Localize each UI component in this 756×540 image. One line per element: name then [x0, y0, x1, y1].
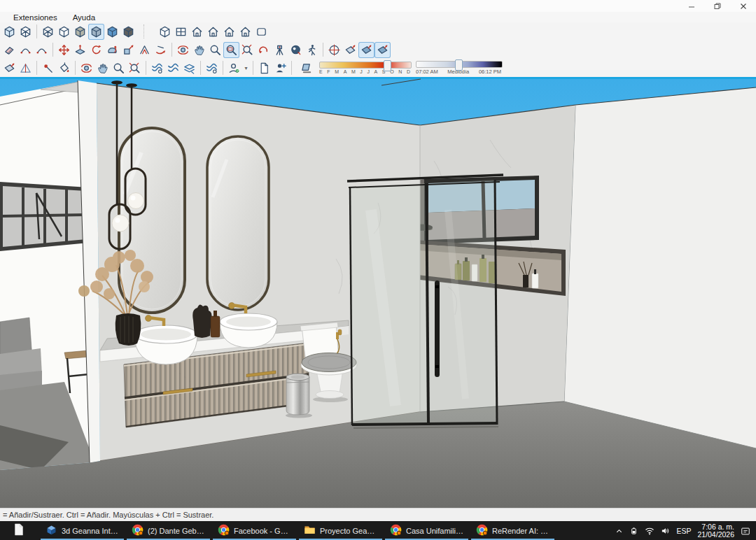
eraser-tool[interactable]: [1, 42, 18, 58]
view-iso[interactable]: [157, 24, 173, 40]
push-pull-tool[interactable]: [72, 42, 88, 58]
follow-me-tool[interactable]: [104, 42, 120, 58]
action-center-icon[interactable]: [741, 527, 750, 536]
restore-button[interactable]: [704, 0, 730, 12]
toolbar-separator: [52, 43, 53, 57]
time-end-label: 06:12 PM: [479, 69, 501, 75]
style-wireframe[interactable]: [40, 24, 56, 40]
view-two-point[interactable]: [253, 24, 270, 40]
taskbar-item-file[interactable]: [7, 521, 39, 540]
view-front[interactable]: [189, 24, 205, 40]
wifi-icon[interactable]: [645, 527, 654, 535]
orbit-tool-secondary[interactable]: [78, 60, 94, 76]
zoom-extents-tool[interactable]: [239, 42, 255, 58]
style-shaded[interactable]: [72, 24, 88, 40]
file-icon: [13, 523, 24, 539]
sketchup-window: Extensiones Ayuda ▾ EFMAMJJASOND 07:02 A…: [0, 0, 756, 540]
toolbar-separator: [223, 61, 223, 75]
viewport-3d[interactable]: [0, 77, 756, 508]
previous-view[interactable]: [255, 42, 272, 58]
move-tool[interactable]: [56, 42, 72, 58]
menu-extensiones[interactable]: Extensiones: [7, 13, 64, 22]
toolbar-separator: [200, 61, 201, 75]
add-person-button[interactable]: [272, 60, 288, 76]
look-around[interactable]: [288, 42, 304, 58]
style-back-edges[interactable]: [18, 24, 34, 40]
close-button[interactable]: [730, 0, 756, 12]
taskbar-item-dante-gebel[interactable]: (2) Dante Gebel #94...: [125, 521, 211, 540]
taskbar-item-facebook[interactable]: Facebook - Google ...: [211, 521, 298, 540]
pie-arc-tool[interactable]: [34, 42, 50, 58]
pan-tool[interactable]: [191, 42, 207, 58]
time-slider-thumb[interactable]: [455, 59, 463, 71]
zoom-window-tool[interactable]: [223, 42, 239, 58]
tray-clock[interactable]: 7:06 a. m. 21/04/2026: [697, 523, 734, 539]
zoom-extents-secondary[interactable]: [127, 60, 143, 76]
minimize-button[interactable]: [678, 0, 704, 12]
taskbar: 3d Geanna Interior ...(2) Dante Gebel #9…: [0, 521, 756, 540]
chrome-icon: [390, 524, 402, 539]
style-textured[interactable]: [104, 24, 120, 40]
paint-bucket-tool[interactable]: [56, 60, 72, 76]
plugin-flow-settings[interactable]: [204, 60, 220, 76]
plugin-swirl-zoom[interactable]: [149, 60, 165, 76]
show-section-fill[interactable]: [374, 42, 391, 58]
zoom-tool[interactable]: [207, 42, 223, 58]
taskbar-item-label: 3d Geanna Interior ...: [62, 527, 119, 535]
taskbar-item-sketchup[interactable]: 3d Geanna Interior ...: [39, 521, 125, 540]
section-plane-tool[interactable]: [1, 60, 18, 76]
walk-tool[interactable]: [304, 42, 320, 58]
position-camera[interactable]: [272, 42, 288, 58]
taskbar-item-rerender[interactable]: ReRender AI: Herra...: [470, 521, 556, 540]
shadow-toggle-button[interactable]: [299, 60, 315, 76]
scale-tool[interactable]: [120, 42, 136, 58]
plugin-layers[interactable]: [181, 60, 197, 76]
zoom-tool-secondary[interactable]: [111, 60, 127, 76]
style-monochrome[interactable]: [120, 24, 136, 40]
mirror-tool[interactable]: [153, 42, 169, 58]
language-indicator[interactable]: ESP: [676, 527, 691, 535]
show-section-cuts[interactable]: [358, 42, 374, 58]
style-xray[interactable]: [1, 24, 18, 40]
dimensions-tool[interactable]: [18, 60, 34, 76]
plugin-flow[interactable]: [165, 60, 181, 76]
toolbar-row3: ▾ EFMAMJJASOND 07:02 AM Mediodía 06:12 P…: [1, 59, 756, 77]
chrome-icon: [476, 524, 488, 539]
view-right[interactable]: [205, 24, 221, 40]
shadow-date-slider[interactable]: EFMAMJJASOND: [319, 62, 412, 74]
shadow-time-slider[interactable]: 07:02 AM Mediodía 06:12 PM: [416, 61, 503, 75]
taskbar-item-proyecto[interactable]: Proyecto Geanna 4: [298, 521, 384, 540]
offset-tool[interactable]: [136, 42, 153, 58]
menu-ayuda[interactable]: Ayuda: [66, 13, 102, 22]
pan-tool-secondary[interactable]: [94, 60, 111, 76]
tray-date: 21/04/2026: [697, 531, 734, 539]
rotate-tool[interactable]: [88, 42, 104, 58]
sketchup-icon: [46, 524, 57, 539]
toolbars: ▾ EFMAMJJASOND 07:02 AM Mediodía 06:12 P…: [0, 22, 756, 77]
style-hidden-line[interactable]: [56, 24, 72, 40]
folder-icon: [304, 525, 316, 538]
profile-dropdown-arrow[interactable]: ▾: [242, 60, 250, 76]
taskbar-item-casa[interactable]: Casa Unifamiliar en...: [384, 521, 470, 540]
orbit-tool[interactable]: [175, 42, 191, 58]
section-plane-display[interactable]: [342, 42, 358, 58]
date-slider-thumb[interactable]: [384, 60, 391, 71]
axes-tool[interactable]: [326, 42, 342, 58]
new-document-button[interactable]: [256, 60, 272, 76]
profile-button[interactable]: [226, 60, 242, 76]
battery-icon[interactable]: [629, 527, 638, 535]
tray-chevron-icon[interactable]: [615, 527, 623, 535]
style-shaded-with-textures[interactable]: [88, 24, 104, 40]
view-back[interactable]: [221, 24, 237, 40]
label-tool[interactable]: [40, 60, 56, 76]
arc-tool[interactable]: [18, 42, 34, 58]
volume-icon[interactable]: [661, 527, 670, 535]
time-start-label: 07:02 AM: [416, 69, 438, 75]
toolbar-row1-buttons: [1, 24, 270, 40]
time-slider-track[interactable]: [416, 61, 503, 68]
view-left[interactable]: [237, 24, 253, 40]
view-top[interactable]: [173, 24, 189, 40]
date-slider-track[interactable]: [319, 62, 412, 69]
window-controls: [678, 0, 756, 12]
toolbar-separator: [75, 61, 76, 75]
